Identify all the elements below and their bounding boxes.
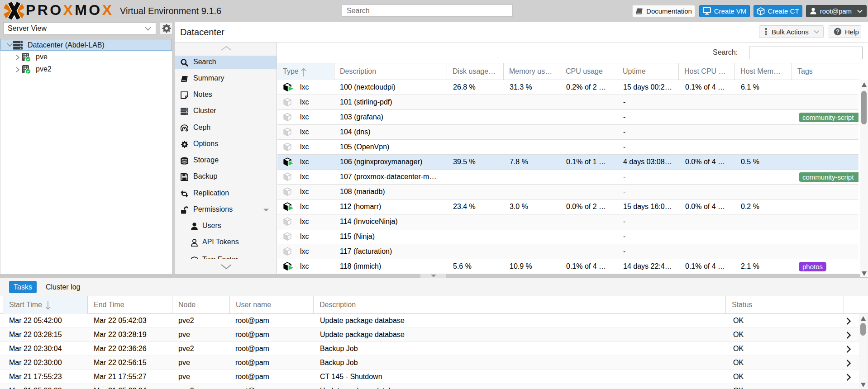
svg-text:?: ? — [836, 28, 839, 35]
